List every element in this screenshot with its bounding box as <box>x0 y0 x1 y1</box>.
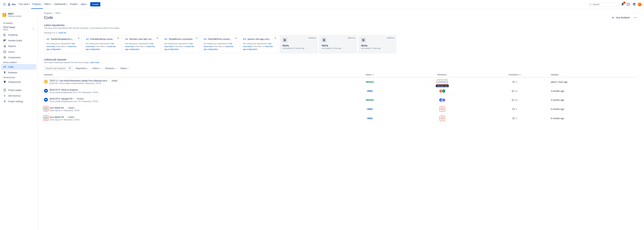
sidebar-item-releases[interactable]: Releases <box>1 70 36 75</box>
close-icon[interactable]: ✕ <box>274 37 276 39</box>
create-button[interactable]: Create <box>90 2 100 6</box>
sidebar-item-reports[interactable]: Reports <box>1 43 36 49</box>
pr-meta: #dmo-npe-pr-3 • Repository: TESTe <box>50 119 80 121</box>
repo-card[interactable]: ✕ CheckBoxBump conne... Not seeing your … <box>83 35 121 53</box>
author-avatar[interactable] <box>44 116 48 120</box>
help-icon[interactable]: ? <box>626 2 631 7</box>
comments-count[interactable]: 1 <box>512 81 517 83</box>
pr-title[interactable]: TEST-17: Get Author/Reviewers details fr… <box>50 79 107 82</box>
updated-time: 3 months ago <box>551 90 638 92</box>
col-updated[interactable]: Updated ↓ <box>551 74 638 76</box>
repo-card[interactable]: AllPerms TESTe Last updated 12 days ago <box>319 35 357 53</box>
reviewer-avatar[interactable] <box>442 98 446 102</box>
repo-cards: ✕ TestNoTemplateUrls c... Not seeing you… <box>44 35 638 53</box>
comments-count[interactable]: 11 <box>512 99 518 101</box>
filter-status[interactable]: Status▾ <box>119 66 130 70</box>
reviewer-avatar[interactable]: U <box>442 89 446 93</box>
nav-dashboards[interactable]: Dashboards▾ <box>53 0 69 9</box>
svg-rect-16 <box>5 39 6 40</box>
give-feedback-button[interactable]: Give feedback <box>610 15 632 20</box>
project-header[interactable]: T TEST Software project <box>1 11 36 18</box>
svg-point-2 <box>5 3 6 3</box>
col-reviewers[interactable]: Reviewers <box>406 74 478 76</box>
author-avatar[interactable] <box>44 98 48 102</box>
author-avatar[interactable] <box>44 80 48 83</box>
sidebar-item-project-settings[interactable]: Project settings <box>1 99 36 104</box>
pr-row[interactable]: TEST-17: Get Author/Reviewers details fr… <box>44 77 638 87</box>
col-summary[interactable]: Summary <box>44 74 334 76</box>
reviewer-avatar[interactable] <box>443 80 447 84</box>
chevron-down-icon: ▾ <box>86 3 87 5</box>
sidebar-item-code[interactable]: Code <box>1 64 36 70</box>
notifications-icon[interactable]: 2 <box>620 2 625 7</box>
sidebar-item-project-pages[interactable]: Project pages <box>1 87 36 93</box>
global-search[interactable] <box>588 2 620 6</box>
nav-your-work[interactable]: Your work▾ <box>18 0 31 9</box>
pr-title[interactable]: Inno Week PR <box>50 116 64 118</box>
repo-card[interactable]: AllPerms TESTe Last updated 22 minutes a… <box>280 35 318 53</box>
arrow-icon: → <box>108 80 110 82</box>
board-selector[interactable]: TEST boardBoard⌄ <box>1 25 36 32</box>
nav-people[interactable]: People▾ <box>69 0 80 9</box>
breadcrumb-test[interactable]: TEST <box>55 12 61 14</box>
app-switcher-icon[interactable] <box>2 2 7 7</box>
repo-card[interactable]: ✕ TestNoTemplateUrls c... Not seeing you… <box>44 35 82 53</box>
nav-projects[interactable]: Projects▾ <box>31 0 43 9</box>
sidebar-item-roadmap[interactable]: Roadmap <box>1 32 36 38</box>
pr-row[interactable]: Inno Week PR→master #dmo-npe-pr-3 • Repo… <box>44 114 638 123</box>
repo-card[interactable]: AllPerms TESTe Last updated 12 days ago <box>358 35 396 53</box>
user-avatar[interactable] <box>637 2 642 7</box>
pr-title[interactable]: Inno Week PR <box>50 107 64 109</box>
jira-logo[interactable]: Jira <box>8 3 16 6</box>
nav-apps[interactable]: Apps▾ <box>80 0 88 9</box>
reviewer-avatar[interactable] <box>440 116 444 120</box>
svg-point-26 <box>634 17 634 18</box>
settings-icon[interactable] <box>632 2 636 7</box>
comments-count[interactable]: 1 <box>512 108 517 111</box>
repo-card[interactable]: ✕ Remote Links blitz con... Not seeing y… <box>123 35 160 53</box>
pr-title[interactable]: BDIICST-6: Merged PR <box>50 97 73 100</box>
repo-card[interactable]: ✕ TestAllPerms connected Not seeing your… <box>162 35 200 53</box>
close-icon[interactable]: ✕ <box>156 37 159 39</box>
col-comments[interactable]: Comments i <box>478 74 551 76</box>
sidebar-item-components[interactable]: Components <box>1 55 36 60</box>
info-icon: i <box>372 74 374 76</box>
close-icon[interactable]: ✕ <box>235 37 237 39</box>
repo-name: James's test app conn... <box>247 38 271 40</box>
close-icon[interactable]: ✕ <box>117 37 119 39</box>
pr-row[interactable]: BDIICST-6: Work in progress fusion-jswdd… <box>44 87 638 96</box>
filter-reviewer[interactable]: Reviewer▾ <box>104 66 118 70</box>
comments-count[interactable]: 1 <box>512 117 517 120</box>
repo-file-icon <box>282 37 287 42</box>
author-avatar[interactable] <box>44 107 48 111</box>
status-badge: OPEN <box>366 90 373 92</box>
col-status[interactable]: Status i <box>334 74 406 76</box>
reviewer-avatar[interactable] <box>440 107 444 111</box>
close-icon[interactable]: ✕ <box>196 37 198 39</box>
sidebar-item-kanban-board[interactable]: Kanban board <box>1 38 36 43</box>
breadcrumb-projects[interactable]: Projects <box>44 12 52 14</box>
show-all-link[interactable]: Show all › <box>59 32 67 34</box>
author-avatar[interactable] <box>44 89 48 93</box>
filter-repository[interactable]: Repository▾ <box>74 66 90 70</box>
nav-filters[interactable]: Filters▾ <box>43 0 53 9</box>
deployments-icon <box>3 80 6 83</box>
sidebar-item-add-shortcut[interactable]: Add shortcut <box>1 93 36 99</box>
comments-count[interactable]: 11 <box>512 90 518 92</box>
learn-more-link[interactable]: Learn more <box>90 61 99 64</box>
repo-card[interactable]: ✕ James's test app conn... Not seeing yo… <box>240 35 278 53</box>
sidebar-item-issues[interactable]: Issues <box>1 49 36 55</box>
pr-title[interactable]: BDIICST-6: Work in progress <box>50 89 78 91</box>
repo-card[interactable]: ✕ Test2AllPerms connec... Not seeing you… <box>201 35 239 53</box>
search-pr-box[interactable] <box>44 66 73 70</box>
updated-time: 3 months ago <box>551 99 638 101</box>
filter-author[interactable]: Author▾ <box>91 66 102 70</box>
sidebar-item-deployments[interactable]: Deployments <box>1 79 36 85</box>
pr-row[interactable]: BDIICST-6: Merged PR→Hi mom fusion-jswdd… <box>44 96 638 105</box>
more-actions-icon[interactable] <box>633 15 638 20</box>
svg-point-28 <box>636 17 636 18</box>
search-pr-input[interactable] <box>46 67 68 70</box>
pr-row[interactable]: Inno Week PR→master #dmo-npe-pr-2 • Repo… <box>44 105 638 114</box>
search-input[interactable] <box>592 3 618 6</box>
close-icon[interactable]: ✕ <box>78 37 80 39</box>
